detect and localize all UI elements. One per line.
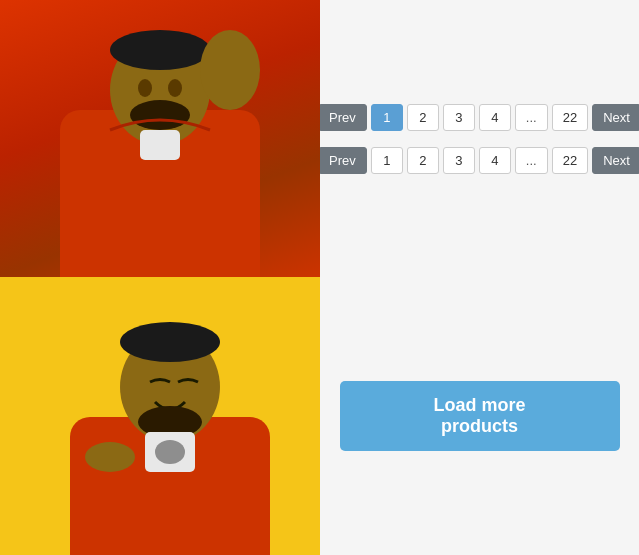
page-4-button-2[interactable]: 4 — [479, 147, 511, 174]
drake-approval-cell — [0, 277, 320, 555]
load-more-cell: Load more products — [320, 277, 639, 555]
page-1-button-1[interactable]: 1 — [371, 104, 403, 131]
drake-bottom-svg — [0, 277, 320, 555]
page-22-button-1[interactable]: 22 — [552, 104, 588, 131]
svg-point-6 — [200, 30, 260, 110]
page-2-button-2[interactable]: 2 — [407, 147, 439, 174]
drake-approval-image — [0, 277, 320, 555]
pagination-row-1: Prev 1 2 3 4 ... 22 Next — [320, 104, 639, 131]
svg-point-2 — [110, 30, 210, 70]
svg-point-11 — [120, 322, 220, 362]
svg-point-5 — [130, 100, 190, 130]
prev-button-1[interactable]: Prev — [320, 104, 367, 131]
svg-point-3 — [138, 79, 152, 97]
prev-button-2[interactable]: Prev — [320, 147, 367, 174]
meme-grid: Prev 1 2 3 4 ... 22 Next Prev 1 2 3 4 ..… — [0, 0, 639, 555]
load-more-button[interactable]: Load more products — [340, 381, 620, 451]
page-3-button-2[interactable]: 3 — [443, 147, 475, 174]
page-3-button-1[interactable]: 3 — [443, 104, 475, 131]
svg-point-13 — [85, 442, 135, 472]
svg-point-4 — [168, 79, 182, 97]
page-4-button-1[interactable]: 4 — [479, 104, 511, 131]
pagination-row-2: Prev 1 2 3 4 ... 22 Next — [320, 147, 639, 174]
svg-point-15 — [155, 440, 185, 464]
next-button-2[interactable]: Next — [592, 147, 639, 174]
page-22-button-2[interactable]: 22 — [552, 147, 588, 174]
ellipsis-button-1: ... — [515, 104, 548, 131]
drake-top-svg — [0, 0, 320, 277]
drake-disapproval-image — [0, 0, 320, 277]
svg-rect-7 — [140, 130, 180, 160]
page-2-button-1[interactable]: 2 — [407, 104, 439, 131]
next-button-1[interactable]: Next — [592, 104, 639, 131]
ellipsis-button-2: ... — [515, 147, 548, 174]
drake-disapproval-cell — [0, 0, 320, 277]
pagination-cell: Prev 1 2 3 4 ... 22 Next Prev 1 2 3 4 ..… — [320, 0, 639, 277]
page-1-button-2[interactable]: 1 — [371, 147, 403, 174]
